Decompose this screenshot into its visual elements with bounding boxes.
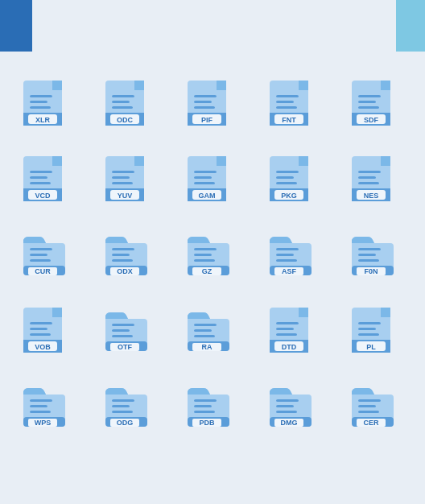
svg-rect-142 (112, 335, 133, 337)
file-icon-odg: ODG (92, 369, 163, 440)
svg-text:FNT: FNT (282, 116, 296, 124)
svg-rect-81 (299, 156, 308, 166)
svg-rect-124 (358, 248, 381, 250)
svg-rect-93 (358, 176, 376, 179)
svg-rect-140 (112, 324, 134, 326)
file-icon-pl: PL (338, 293, 409, 364)
svg-text:PDB: PDB (199, 419, 215, 427)
file-icon-pdb: PDB (174, 369, 245, 440)
file-icon-dtd: DTD (256, 293, 327, 364)
svg-rect-92 (358, 171, 381, 173)
svg-text:NES: NES (364, 192, 379, 200)
svg-rect-186 (194, 411, 215, 413)
svg-rect-101 (30, 254, 47, 256)
svg-rect-62 (112, 171, 134, 173)
svg-rect-154 (276, 322, 299, 324)
svg-rect-107 (112, 254, 130, 256)
svg-text:ODX: ODX (117, 267, 133, 275)
svg-text:PKG: PKG (281, 192, 297, 200)
svg-rect-185 (194, 405, 212, 407)
svg-text:DTD: DTD (282, 343, 297, 351)
svg-rect-141 (112, 329, 130, 332)
svg-rect-91 (381, 156, 390, 166)
svg-rect-173 (30, 405, 47, 407)
svg-rect-148 (194, 335, 215, 337)
svg-rect-31 (299, 81, 308, 90)
svg-rect-125 (358, 254, 376, 256)
svg-rect-41 (381, 81, 390, 90)
file-icon-vob: VOB (10, 293, 80, 364)
svg-rect-192 (276, 411, 297, 413)
file-icon-odc: ODC (92, 66, 163, 137)
file-icon-ra: RA (174, 293, 245, 364)
svg-rect-21 (217, 81, 226, 90)
svg-text:ASF: ASF (282, 267, 297, 275)
svg-text:GAM: GAM (199, 192, 216, 200)
svg-rect-174 (30, 411, 51, 413)
svg-rect-100 (30, 248, 52, 250)
file-icon-odx: ODX (92, 217, 163, 288)
svg-rect-190 (276, 399, 299, 402)
svg-rect-106 (112, 248, 134, 250)
svg-rect-108 (112, 259, 133, 262)
page-title (0, 0, 32, 52)
file-icon-vcd: VCD (10, 142, 80, 213)
svg-rect-179 (112, 405, 130, 407)
svg-rect-82 (276, 171, 299, 173)
svg-rect-32 (276, 95, 299, 97)
svg-rect-120 (276, 259, 297, 262)
svg-rect-34 (276, 106, 297, 109)
svg-text:F0N: F0N (364, 267, 378, 275)
svg-rect-84 (276, 182, 297, 184)
svg-rect-63 (112, 176, 130, 179)
svg-rect-180 (112, 411, 133, 413)
svg-text:WPS: WPS (35, 419, 52, 427)
svg-rect-42 (358, 95, 381, 97)
svg-rect-134 (30, 333, 51, 336)
svg-rect-53 (30, 176, 47, 179)
svg-text:XLR: XLR (35, 116, 51, 124)
svg-rect-12 (112, 95, 134, 97)
file-icon-wps: WPS (10, 369, 80, 440)
svg-rect-146 (194, 324, 217, 326)
file-icon-cer: CER (338, 369, 409, 440)
page-header (0, 0, 425, 52)
file-icon-pkg: PKG (256, 142, 327, 213)
svg-rect-113 (194, 254, 212, 256)
svg-rect-119 (276, 254, 294, 256)
svg-text:VOB: VOB (35, 343, 51, 351)
svg-rect-23 (194, 101, 212, 103)
file-icon-xlr: XLR (10, 66, 80, 137)
svg-rect-11 (134, 81, 144, 90)
svg-rect-164 (358, 322, 381, 324)
file-icon-gz: GZ (174, 217, 245, 288)
svg-text:SDF: SDF (364, 116, 379, 124)
file-icon-nes: NES (338, 142, 409, 213)
svg-rect-13 (112, 101, 130, 103)
svg-rect-102 (30, 259, 51, 262)
svg-rect-133 (30, 328, 47, 330)
svg-rect-131 (52, 308, 62, 317)
svg-rect-165 (358, 328, 376, 330)
file-icon-sdf: SDF (338, 66, 409, 137)
svg-rect-83 (276, 176, 294, 179)
svg-rect-197 (358, 405, 376, 407)
svg-rect-196 (358, 399, 381, 402)
svg-rect-191 (276, 405, 294, 407)
svg-text:OTF: OTF (118, 343, 132, 351)
svg-text:PL: PL (366, 343, 376, 351)
svg-rect-44 (358, 106, 379, 109)
svg-rect-14 (112, 106, 133, 109)
svg-text:ODG: ODG (117, 419, 134, 427)
svg-text:CUR: CUR (35, 267, 51, 275)
svg-text:RA: RA (202, 343, 212, 351)
file-icon-f0n: F0N (338, 217, 409, 288)
svg-rect-54 (30, 182, 51, 184)
svg-rect-24 (194, 106, 215, 109)
pack-label (396, 0, 425, 52)
svg-rect-71 (217, 156, 226, 166)
file-icon-gam: GAM (174, 142, 245, 213)
svg-text:GZ: GZ (202, 267, 212, 275)
file-icon-fnt: FNT (256, 66, 327, 137)
svg-rect-155 (276, 328, 294, 330)
